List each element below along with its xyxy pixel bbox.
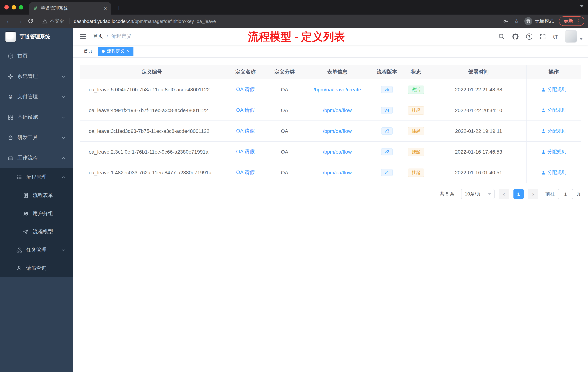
cell-definition-id: oa_leave:4:991f2193-7b7f-11ec-a3c8-acde4… bbox=[80, 107, 224, 113]
sidebar-item-devtools[interactable]: 研发工具 bbox=[0, 127, 73, 148]
back-button[interactable]: ← bbox=[4, 16, 14, 26]
assign-rule-button[interactable]: 分配规则 bbox=[541, 86, 566, 93]
sidebar-item-label: 研发工具 bbox=[17, 134, 38, 141]
sidebar-item-workflow[interactable]: 工作流程 bbox=[0, 148, 73, 168]
sidebar-item-payment[interactable]: ¥ 支付管理 bbox=[0, 87, 73, 107]
sidebar-item-home[interactable]: 首页 bbox=[0, 46, 73, 66]
address-bar[interactable]: dashboard.yudao.iocoder.cn/bpm/manager/d… bbox=[74, 18, 498, 24]
sidebar-item-label: 流程管理 bbox=[26, 174, 47, 181]
select-chevron-icon bbox=[488, 193, 491, 195]
breadcrumb-home[interactable]: 首页 bbox=[93, 33, 103, 40]
tag-process-definition[interactable]: 流程定义 × bbox=[98, 46, 134, 56]
minimize-window-button[interactable] bbox=[12, 5, 16, 10]
tag-label: 首页 bbox=[84, 48, 92, 54]
sidebar-item-process-model[interactable]: 流程模型 bbox=[0, 223, 73, 241]
form-info-link[interactable]: /bpm/oa/leave/create bbox=[314, 87, 361, 92]
definition-name-link[interactable]: OA 请假 bbox=[236, 169, 255, 175]
sidebar-item-process-form[interactable]: 流程表单 bbox=[0, 186, 73, 205]
main-area: 首页 / 流程定义 流程模型 - 定义列表 bbox=[73, 28, 588, 372]
incognito-icon bbox=[524, 17, 532, 25]
sidebar-item-label: 请假查询 bbox=[26, 265, 47, 272]
new-tab-button[interactable]: + bbox=[114, 2, 124, 13]
tab-close-icon[interactable]: × bbox=[103, 5, 108, 11]
status-badge: 激活 bbox=[408, 85, 424, 94]
maximize-window-button[interactable] bbox=[19, 5, 23, 10]
close-window-button[interactable] bbox=[4, 5, 9, 10]
reload-icon bbox=[28, 18, 33, 24]
page-size-select[interactable]: 10条/页 bbox=[461, 189, 494, 199]
org-tree-icon bbox=[16, 247, 22, 253]
update-chrome-button[interactable]: 更新 ⋮ bbox=[559, 16, 584, 26]
url-divider bbox=[69, 18, 69, 24]
assign-rule-button[interactable]: 分配规则 bbox=[541, 107, 566, 114]
sidebar-logo[interactable]: 芋道管理系统 bbox=[0, 28, 73, 46]
sidebar-item-task-management[interactable]: 任务管理 bbox=[0, 241, 73, 259]
sidebar-item-label: 流程表单 bbox=[33, 192, 53, 199]
form-info-link[interactable]: /bpm/oa/flow bbox=[323, 107, 352, 113]
sidebar-item-label: 首页 bbox=[17, 53, 28, 59]
reload-button[interactable] bbox=[25, 16, 36, 26]
column-header-deploy-time: 部署时间 bbox=[431, 69, 526, 75]
font-size-icon[interactable]: tT bbox=[553, 33, 557, 40]
page-content: 定义编号 定义名称 定义分类 表单信息 流程版本 状态 部署时间 操作 oa_l… bbox=[73, 57, 588, 372]
sidebar-toggle-button[interactable] bbox=[78, 32, 88, 41]
browser-window: 芋道管理系统 × + ← → 不安全 dashboard.yudao.iocod… bbox=[0, 0, 588, 372]
search-icon[interactable] bbox=[498, 33, 505, 40]
url-path: /bpm/manager/definition?key=oa_leave bbox=[133, 18, 216, 24]
browser-tab[interactable]: 芋道管理系统 × bbox=[29, 2, 111, 15]
column-header-id: 定义编号 bbox=[80, 69, 224, 75]
breadcrumb: 首页 / 流程定义 bbox=[93, 33, 132, 40]
status-badge: 挂起 bbox=[408, 168, 424, 177]
avatar[interactable] bbox=[565, 30, 577, 43]
sidebar-item-user-group[interactable]: 用户分组 bbox=[0, 205, 73, 223]
definition-name-link[interactable]: OA 请假 bbox=[236, 86, 255, 92]
tags-view-bar: 首页 流程定义 × bbox=[73, 45, 588, 57]
current-page-button[interactable]: 1 bbox=[514, 189, 524, 199]
assign-rule-button[interactable]: 分配规则 bbox=[541, 169, 566, 176]
sidebar-item-infrastructure[interactable]: 基础设施 bbox=[0, 107, 73, 127]
cell-category: OA bbox=[267, 128, 302, 134]
version-badge: v5 bbox=[381, 86, 393, 93]
goto-unit: 页 bbox=[576, 191, 581, 197]
user-menu[interactable] bbox=[565, 30, 583, 43]
definition-name-link[interactable]: OA 请假 bbox=[236, 149, 255, 154]
status-badge: 挂起 bbox=[408, 106, 424, 114]
tag-close-icon[interactable]: × bbox=[126, 49, 130, 53]
site-security[interactable]: 不安全 bbox=[42, 18, 73, 24]
bookmark-star-icon[interactable]: ☆ bbox=[514, 18, 519, 25]
send-icon bbox=[22, 229, 29, 235]
cell-definition-id: oa_leave:2:3c1f0ef1-76b1-11ec-9c66-a2380… bbox=[80, 149, 224, 155]
definition-name-link[interactable]: OA 请假 bbox=[236, 107, 255, 113]
form-info-link[interactable]: /bpm/oa/flow bbox=[323, 149, 352, 155]
sidebar-item-leave-query[interactable]: 请假查询 bbox=[0, 259, 73, 277]
tag-home[interactable]: 首页 bbox=[80, 46, 96, 56]
browser-toolbar: ← → 不安全 dashboard.yudao.iocoder.cn/bpm/m… bbox=[0, 15, 588, 28]
version-badge: v2 bbox=[381, 148, 393, 155]
version-badge: v3 bbox=[381, 127, 393, 135]
cell-deploy-time: 2022-01-22 21:48:38 bbox=[431, 87, 526, 92]
assign-rule-button[interactable]: 分配规则 bbox=[541, 149, 566, 155]
grid-icon bbox=[7, 114, 14, 120]
assign-rule-button[interactable]: 分配规则 bbox=[541, 128, 566, 134]
lock-icon bbox=[7, 135, 14, 141]
help-icon[interactable]: ? bbox=[526, 33, 532, 40]
sidebar-item-process-management[interactable]: 流程管理 bbox=[0, 168, 73, 186]
github-icon[interactable] bbox=[512, 33, 519, 40]
goto-page-input[interactable] bbox=[558, 189, 573, 199]
cell-category: OA bbox=[267, 107, 302, 113]
sidebar-item-system[interactable]: 系统管理 bbox=[0, 66, 73, 87]
column-header-name: 定义名称 bbox=[224, 69, 267, 75]
next-page-button[interactable]: › bbox=[528, 189, 538, 199]
tab-search-chevron-icon[interactable] bbox=[580, 5, 584, 7]
password-key-icon[interactable] bbox=[503, 18, 509, 24]
dashboard-icon bbox=[7, 53, 14, 59]
tab-title: 芋道管理系统 bbox=[41, 5, 100, 11]
forward-button[interactable]: → bbox=[15, 16, 25, 26]
prev-page-button[interactable]: ‹ bbox=[499, 189, 509, 199]
fullscreen-icon[interactable] bbox=[540, 33, 546, 40]
cell-category: OA bbox=[267, 87, 302, 92]
form-info-link[interactable]: /bpm/oa/flow bbox=[323, 128, 352, 134]
browser-menu-icon[interactable]: ⋮ bbox=[576, 18, 581, 24]
form-info-link[interactable]: /bpm/oa/flow bbox=[323, 170, 352, 175]
definition-name-link[interactable]: OA 请假 bbox=[236, 128, 255, 134]
